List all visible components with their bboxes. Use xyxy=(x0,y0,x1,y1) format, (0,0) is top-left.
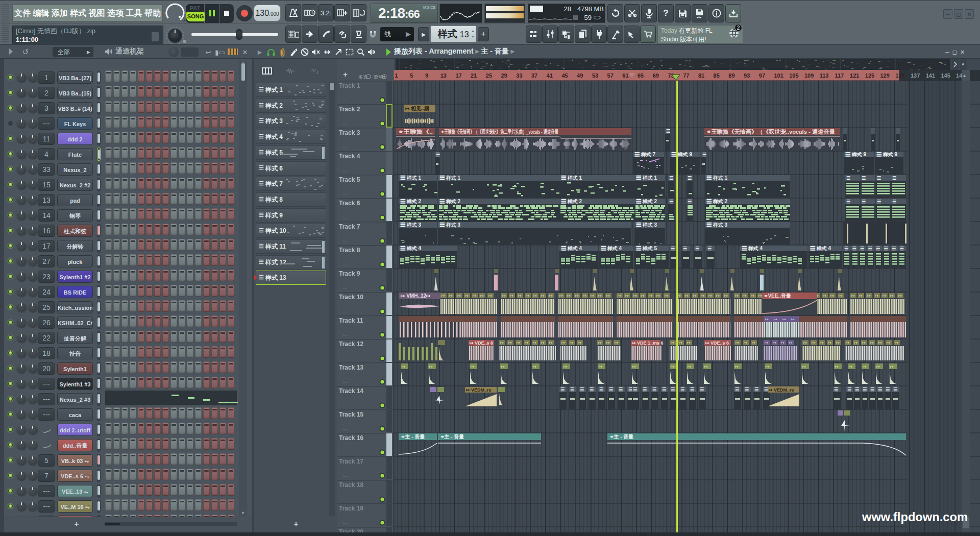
svg-text:↦: ↦ xyxy=(533,340,536,345)
svg-text:61: 61 xyxy=(622,72,628,79)
svg-text:133: 133 xyxy=(895,72,904,79)
svg-text:↦ VDE 1..ms 6: ↦ VDE 1..ms 6 xyxy=(632,340,664,346)
svg-text:↦: ↦ xyxy=(887,340,890,345)
svg-text:121: 121 xyxy=(850,72,859,79)
svg-text:☰: ☰ xyxy=(633,387,637,392)
svg-text:↦: ↦ xyxy=(671,364,674,369)
svg-text:↦: ↦ xyxy=(541,294,545,298)
svg-text:☰: ☰ xyxy=(643,387,647,392)
svg-text:www.flpdown.com: www.flpdown.com xyxy=(862,510,968,524)
svg-text:↦: ↦ xyxy=(812,340,815,345)
svg-text:↦: ↦ xyxy=(402,364,405,369)
svg-text:☰: ☰ xyxy=(652,387,656,392)
svg-text:↦: ↦ xyxy=(533,364,536,369)
svg-text:↦: ↦ xyxy=(625,294,629,298)
svg-text:↦: ↦ xyxy=(849,364,852,369)
svg-text:☰: ☰ xyxy=(868,246,872,251)
svg-text:...: ... xyxy=(343,261,347,266)
svg-text:Track 2: Track 2 xyxy=(339,106,360,113)
svg-text:↦: ↦ xyxy=(735,364,739,369)
svg-text:⚭主 - 音量: ⚭主 - 音量 xyxy=(440,434,464,440)
svg-text:↦: ↦ xyxy=(510,294,513,298)
svg-text:☰: ☰ xyxy=(735,387,739,392)
svg-text:☰ 样式 1: ☰ 样式 1 xyxy=(706,175,728,181)
svg-text:↦: ↦ xyxy=(859,294,863,298)
svg-text:↦: ↦ xyxy=(839,294,842,298)
svg-text:↦: ↦ xyxy=(781,340,785,345)
svg-text:↦: ↦ xyxy=(773,340,776,345)
svg-text:81: 81 xyxy=(698,72,704,79)
svg-text:↦: ↦ xyxy=(701,294,704,298)
svg-text:97: 97 xyxy=(759,72,765,79)
svg-text:☰: ☰ xyxy=(855,387,859,392)
svg-text:...: ... xyxy=(343,520,347,525)
svg-text:↦: ↦ xyxy=(766,364,769,369)
svg-text:☰ 样式 7: ☰ 样式 7 xyxy=(634,152,656,157)
svg-text:↦: ↦ xyxy=(591,294,594,298)
svg-text:...: ... xyxy=(343,285,347,290)
svg-text:☰: ☰ xyxy=(619,387,623,392)
svg-text:☰: ☰ xyxy=(669,176,673,181)
svg-text:↦: ↦ xyxy=(846,340,849,345)
svg-text:↦: ↦ xyxy=(598,294,602,298)
svg-text:↦: ↦ xyxy=(875,294,878,298)
svg-text:113: 113 xyxy=(820,72,829,79)
svg-text:57: 57 xyxy=(607,72,614,79)
svg-text:↦: ↦ xyxy=(704,364,708,369)
svg-text:↦: ↦ xyxy=(502,294,506,298)
svg-text:...: ... xyxy=(343,473,347,478)
svg-text:↦: ↦ xyxy=(606,340,610,345)
svg-text:↦: ↦ xyxy=(867,294,871,298)
svg-text:13: 13 xyxy=(440,72,447,79)
svg-text:☰: ☰ xyxy=(900,246,904,251)
svg-text:...: ... xyxy=(343,144,347,149)
svg-text:↦: ↦ xyxy=(751,294,754,298)
svg-text:Track 17: Track 17 xyxy=(339,458,363,465)
svg-text:125: 125 xyxy=(865,72,874,79)
svg-text:↦: ↦ xyxy=(508,340,512,345)
svg-text:117: 117 xyxy=(835,72,844,79)
svg-text:↦: ↦ xyxy=(883,294,886,298)
svg-text:...: ... xyxy=(343,214,347,220)
svg-text:↦: ↦ xyxy=(541,340,545,345)
svg-text:↦: ↦ xyxy=(583,294,586,298)
svg-text:↦: ↦ xyxy=(758,294,762,298)
svg-text:☰: ☰ xyxy=(884,246,888,251)
svg-text:...: ... xyxy=(343,332,347,337)
svg-text:☰ 样式 2: ☰ 样式 2 xyxy=(706,199,728,204)
svg-text:Track 18: Track 18 xyxy=(339,481,363,489)
svg-text:☰ 样式 4: ☰ 样式 4 xyxy=(742,246,763,251)
svg-text:Track 19: Track 19 xyxy=(339,505,363,512)
svg-text:☰: ☰ xyxy=(877,176,881,181)
svg-text:Track 12: Track 12 xyxy=(339,340,363,348)
svg-text:↦: ↦ xyxy=(743,294,746,298)
svg-text:↦: ↦ xyxy=(836,340,840,345)
svg-text:...: ... xyxy=(343,167,347,173)
svg-text:+: + xyxy=(343,70,348,79)
svg-text:↦: ↦ xyxy=(488,294,492,298)
svg-text:☰ 样式 5: ☰ 样式 5 xyxy=(636,246,657,251)
svg-text:☰: ☰ xyxy=(570,387,574,392)
svg-text:Track 13: Track 13 xyxy=(339,364,363,371)
svg-text:↦: ↦ xyxy=(471,364,474,369)
svg-text:☰: ☰ xyxy=(702,152,706,157)
svg-text:☰ 样式 3: ☰ 样式 3 xyxy=(439,222,461,228)
svg-text:...: ... xyxy=(343,496,347,501)
svg-text:⚭王唯旖《..: ⚭王唯旖《.. xyxy=(398,129,433,135)
svg-text:...: ... xyxy=(343,426,347,431)
svg-text:☰: ☰ xyxy=(892,176,896,181)
svg-text:↦: ↦ xyxy=(656,294,660,298)
svg-text:多选: 多选 xyxy=(358,75,368,80)
svg-text:☰: ☰ xyxy=(690,387,694,392)
svg-text:↦: ↦ xyxy=(665,294,668,298)
svg-text:...: ... xyxy=(343,402,347,407)
svg-text:21: 21 xyxy=(471,72,477,79)
svg-text:☰ 样式 9: ☰ 样式 9 xyxy=(876,152,898,157)
svg-text:↦: ↦ xyxy=(828,340,831,345)
svg-text:↦: ↦ xyxy=(606,294,610,298)
svg-text:Track 5: Track 5 xyxy=(339,176,360,183)
svg-text:☰: ☰ xyxy=(666,129,670,134)
svg-text:↦: ↦ xyxy=(457,294,461,298)
svg-text:41: 41 xyxy=(547,72,553,79)
svg-text:↦: ↦ xyxy=(570,340,573,345)
